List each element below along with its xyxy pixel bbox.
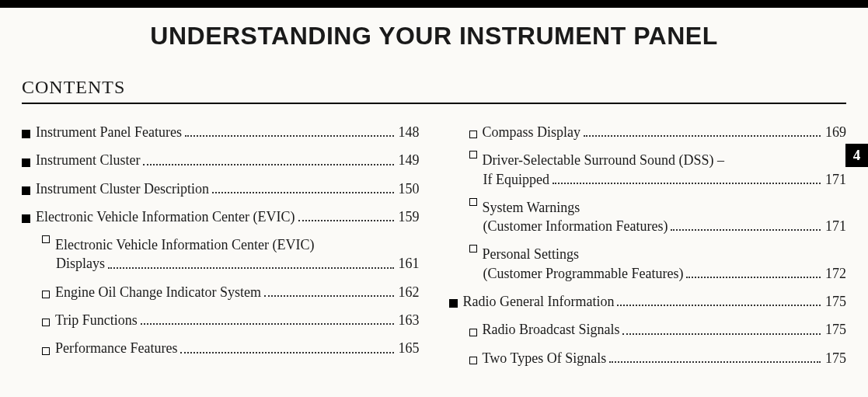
toc-page-number: 148 <box>397 123 420 141</box>
toc-line-2: (Customer Information Features)171 <box>469 217 847 235</box>
toc-text: If Equipped <box>483 170 549 189</box>
toc-columns: Instrument Panel Features148Instrument C… <box>0 104 868 377</box>
toc-leader-dots <box>553 183 821 184</box>
bullet-filled-icon <box>22 186 30 195</box>
toc-entry: Electronic Vehicle Information Center (E… <box>22 235 420 273</box>
bullet-filled-icon <box>22 214 30 223</box>
toc-leader-dots <box>141 323 394 325</box>
toc-text: System Warnings <box>483 198 580 217</box>
toc-text: Personal Settings <box>483 245 580 263</box>
bullet-filled-icon <box>449 299 458 308</box>
toc-multiline-wrap: Personal Settings(Customer Programmable … <box>469 245 847 283</box>
toc-entry: Performance Features165 <box>22 339 420 357</box>
toc-entry: Trip Functions163 <box>22 311 420 329</box>
toc-text: Performance Features <box>55 339 177 357</box>
toc-entry: Radio Broadcast Signals175 <box>449 320 847 339</box>
toc-page-number: 159 <box>397 207 420 226</box>
toc-leader-dots <box>671 229 821 231</box>
toc-leader-dots <box>686 277 821 278</box>
toc-line-1: Driver-Selectable Surround Sound (DSS) – <box>469 151 847 169</box>
toc-leader-dots <box>609 361 821 363</box>
toc-line-2: (Customer Programmable Features)172 <box>469 264 847 283</box>
toc-leader-dots <box>180 352 393 353</box>
bullet-filled-icon <box>22 130 30 138</box>
toc-page-number: 169 <box>824 123 846 141</box>
toc-leader-dots <box>622 333 821 335</box>
section-tab: 4 <box>845 144 868 167</box>
toc-line-1: Electronic Vehicle Information Center (E… <box>42 235 420 254</box>
toc-page-number: 161 <box>397 254 420 273</box>
toc-text: Radio Broadcast Signals <box>483 320 620 339</box>
toc-text: Two Types Of Signals <box>483 349 607 367</box>
toc-entry: Two Types Of Signals175 <box>449 349 847 367</box>
toc-multiline-wrap: Electronic Vehicle Information Center (E… <box>42 235 420 273</box>
toc-page-number: 163 <box>397 311 420 329</box>
toc-page-number: 171 <box>824 217 846 235</box>
toc-page-number: 150 <box>397 179 420 198</box>
bullet-outline-icon <box>469 245 477 252</box>
toc-page-number: 165 <box>397 339 420 357</box>
toc-page-number: 162 <box>397 283 420 301</box>
toc-page-number: 172 <box>824 264 846 283</box>
toc-line-2: Displays161 <box>42 254 420 273</box>
toc-page-number: 171 <box>824 170 846 189</box>
toc-leader-dots <box>298 220 394 221</box>
bullet-outline-icon <box>469 151 477 158</box>
toc-text: Electronic Vehicle Information Center (E… <box>36 207 295 226</box>
toc-entry: Instrument Panel Features148 <box>22 123 420 141</box>
toc-text: Electronic Vehicle Information Center (E… <box>55 235 315 254</box>
bullet-outline-icon <box>42 347 50 355</box>
toc-text: Instrument Cluster Description <box>36 179 209 198</box>
toc-leader-dots <box>264 295 394 297</box>
bullet-outline-icon <box>469 131 477 138</box>
toc-text: (Customer Information Features) <box>483 217 668 235</box>
toc-column-right: Compass Display169Driver-Selectable Surr… <box>449 123 847 377</box>
toc-page-number: 175 <box>824 320 846 339</box>
toc-page-number: 175 <box>824 292 846 311</box>
toc-entry: Driver-Selectable Surround Sound (DSS) –… <box>449 151 847 189</box>
toc-column-left: Instrument Panel Features148Instrument C… <box>22 123 420 377</box>
bullet-outline-icon <box>42 319 50 326</box>
bullet-outline-icon <box>469 329 477 336</box>
top-black-bar <box>0 0 868 8</box>
toc-text: Compass Display <box>483 123 581 141</box>
toc-entry: System Warnings(Customer Information Fea… <box>449 198 847 236</box>
toc-entry: Personal Settings(Customer Programmable … <box>449 245 847 283</box>
toc-leader-dots <box>584 135 821 137</box>
toc-multiline-wrap: System Warnings(Customer Information Fea… <box>469 198 847 236</box>
chapter-title: UNDERSTANDING YOUR INSTRUMENT PANEL <box>0 22 868 50</box>
toc-line-1: System Warnings <box>469 198 847 217</box>
toc-text: Instrument Cluster <box>36 151 140 169</box>
chapter-title-container: UNDERSTANDING YOUR INSTRUMENT PANEL <box>0 8 868 55</box>
toc-text: Driver-Selectable Surround Sound (DSS) – <box>483 151 725 169</box>
toc-leader-dots <box>108 267 394 269</box>
toc-text: Instrument Panel Features <box>36 123 182 141</box>
bullet-outline-icon <box>42 235 50 243</box>
toc-text: Radio General Information <box>463 292 615 311</box>
toc-entry: Instrument Cluster Description150 <box>22 179 420 198</box>
toc-text: Engine Oil Change Indicator System <box>55 283 261 301</box>
toc-leader-dots <box>185 135 394 137</box>
toc-entry: Electronic Vehicle Information Center (E… <box>22 207 420 226</box>
toc-entry: Instrument Cluster149 <box>22 151 420 169</box>
toc-leader-dots <box>617 305 821 306</box>
contents-header-wrap: CONTENTS <box>0 55 868 104</box>
toc-multiline-wrap: Driver-Selectable Surround Sound (DSS) –… <box>469 151 847 189</box>
bullet-outline-icon <box>469 198 477 206</box>
toc-text: (Customer Programmable Features) <box>483 264 684 283</box>
toc-entry: Radio General Information175 <box>449 292 847 311</box>
toc-line-2: If Equipped171 <box>469 170 847 189</box>
toc-page-number: 175 <box>824 349 846 367</box>
bullet-filled-icon <box>22 158 30 167</box>
toc-text: Trip Functions <box>55 311 138 329</box>
toc-text: Displays <box>56 254 105 273</box>
toc-line-1: Personal Settings <box>469 245 847 263</box>
toc-leader-dots <box>143 164 393 165</box>
bullet-outline-icon <box>42 291 50 298</box>
toc-entry: Engine Oil Change Indicator System162 <box>22 283 420 301</box>
bullet-outline-icon <box>469 357 477 364</box>
toc-entry: Compass Display169 <box>449 123 847 141</box>
contents-label: CONTENTS <box>22 77 846 101</box>
toc-leader-dots <box>212 192 394 193</box>
toc-page-number: 149 <box>397 151 420 169</box>
